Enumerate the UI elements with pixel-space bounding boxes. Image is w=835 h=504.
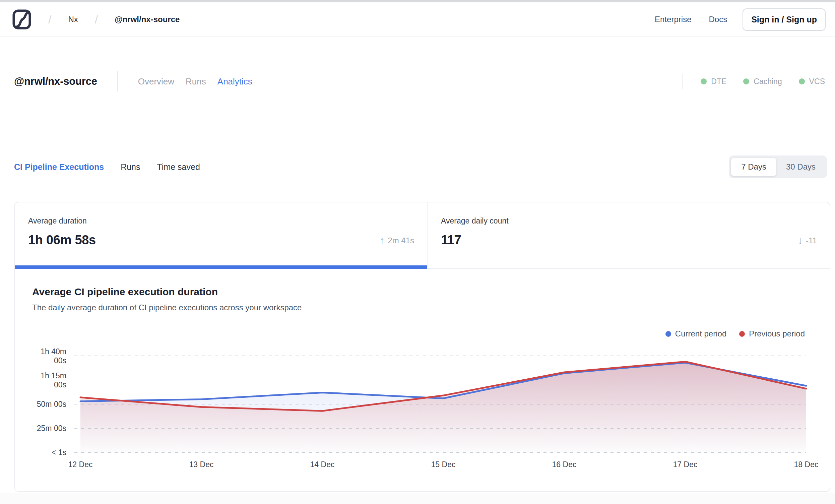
analytics-card: Average duration 1h 06m 58s ↑ 2m 41s Ave…	[14, 202, 830, 492]
status-indicators: DTE Caching VCS	[701, 77, 825, 86]
stat-delta: ↓ -11	[798, 235, 817, 247]
legend-label: Current period	[675, 329, 727, 339]
project-header: @nrwl/nx-source Overview Runs Analytics …	[14, 71, 825, 92]
window-top-strip	[0, 0, 835, 2]
enterprise-link[interactable]: Enterprise	[655, 15, 691, 24]
tab-time-saved[interactable]: Time saved	[157, 162, 200, 172]
nx-cloud-logo-icon[interactable]	[12, 9, 32, 30]
chart-title: Average CI pipeline execution duration	[32, 286, 218, 298]
divider	[682, 74, 683, 89]
analytics-section-tabs: CI Pipeline Executions Runs Time saved 7…	[14, 155, 827, 179]
series-area-1	[80, 362, 806, 452]
x-tick-label: 18 Dec	[794, 460, 819, 469]
breadcrumb-org[interactable]: Nx	[68, 15, 78, 24]
legend-label: Previous period	[749, 329, 805, 339]
delta-value: -11	[806, 236, 817, 245]
docs-link[interactable]: Docs	[709, 15, 727, 24]
tab-ci-pipeline-executions[interactable]: CI Pipeline Executions	[14, 162, 104, 172]
legend-current-period: Current period	[666, 329, 727, 339]
legend-previous-period: Previous period	[739, 329, 805, 339]
legend-dot-icon	[739, 331, 745, 337]
arrow-down-icon: ↓	[798, 235, 803, 247]
legend-dot-icon	[666, 331, 671, 337]
tab-runs[interactable]: Runs	[186, 76, 206, 87]
stat-label: Average daily count	[441, 217, 509, 225]
project-nav: Overview Runs Analytics	[138, 76, 252, 87]
arrow-up-icon: ↑	[380, 235, 385, 247]
y-tick-label: 50m 00s	[37, 400, 66, 408]
status-label: VCS	[809, 77, 825, 86]
x-tick-label: 13 Dec	[189, 460, 214, 469]
x-tick-label: 17 Dec	[673, 460, 698, 469]
stat-value: 1h 06m 58s	[28, 233, 96, 247]
stat-delta: ↑ 2m 41s	[380, 235, 414, 247]
sign-in-button[interactable]: Sign in / Sign up	[742, 8, 826, 31]
y-tick-label: 1h 40m00s	[41, 347, 66, 365]
y-tick-label: 1h 15m00s	[41, 371, 66, 389]
x-tick-label: 14 Dec	[310, 460, 335, 469]
breadcrumb-slash-icon: /	[95, 13, 98, 26]
stat-average-duration[interactable]: Average duration 1h 06m 58s ↑ 2m 41s	[15, 202, 427, 268]
tab-overview[interactable]: Overview	[138, 76, 174, 87]
tab-runs-section[interactable]: Runs	[121, 162, 140, 172]
status-vcs: VCS	[799, 77, 825, 86]
toggle-30-days[interactable]: 30 Days	[777, 158, 825, 176]
x-tick-label: 15 Dec	[431, 460, 456, 469]
duration-chart-svg: 1h 40m00s1h 15m00s50m 00s25m 00s< 1s12 D…	[15, 342, 830, 477]
stat-row: Average duration 1h 06m 58s ↑ 2m 41s Ave…	[15, 202, 830, 269]
status-caching: Caching	[743, 77, 782, 86]
period-toggle: 7 Days 30 Days	[729, 156, 827, 178]
header-bar: / Nx / @nrwl/nx-source Enterprise Docs S…	[0, 2, 835, 37]
stat-value: 117	[441, 233, 509, 247]
status-dot-icon	[701, 78, 707, 84]
y-tick-label: < 1s	[52, 448, 66, 457]
breadcrumb-workspace[interactable]: @nrwl/nx-source	[115, 15, 180, 24]
chart-subtitle: The daily average duration of CI pipelin…	[32, 303, 302, 312]
y-tick-label: 25m 00s	[37, 424, 66, 432]
status-dot-icon	[743, 78, 749, 84]
stat-average-daily-count[interactable]: Average daily count 117 ↓ -11	[427, 202, 830, 268]
stat-label: Average duration	[28, 217, 96, 225]
toggle-7-days[interactable]: 7 Days	[731, 158, 777, 176]
status-label: Caching	[754, 77, 782, 86]
status-dte: DTE	[701, 77, 727, 86]
divider	[117, 72, 118, 92]
tab-analytics[interactable]: Analytics	[218, 76, 252, 87]
x-tick-label: 12 Dec	[68, 460, 93, 469]
page-bottom-background	[0, 492, 835, 504]
x-tick-label: 16 Dec	[552, 460, 577, 469]
chart-legend: Current period Previous period	[666, 329, 805, 339]
delta-value: 2m 41s	[388, 236, 414, 245]
breadcrumb-slash-icon: /	[48, 13, 51, 26]
page-title: @nrwl/nx-source	[14, 75, 97, 87]
status-label: DTE	[711, 77, 727, 86]
status-dot-icon	[799, 78, 805, 84]
